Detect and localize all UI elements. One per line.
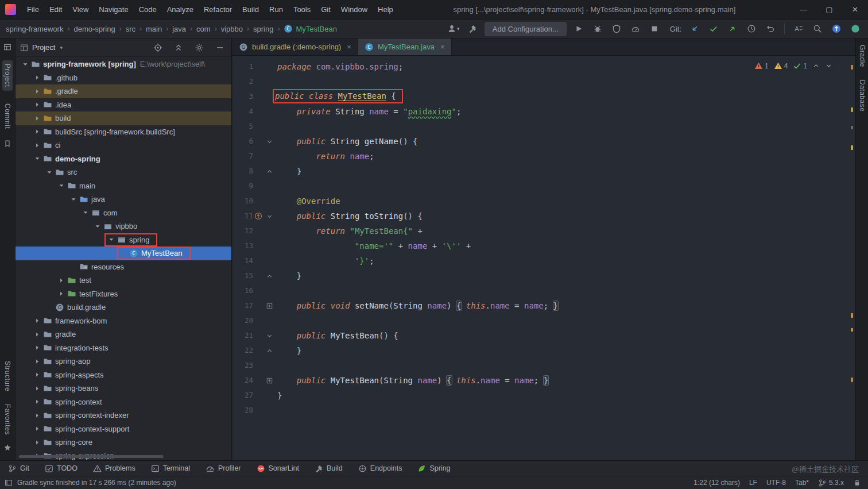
line-number[interactable]: 12 bbox=[232, 224, 253, 238]
breadcrumb-item-spring[interactable]: spring bbox=[253, 25, 273, 33]
menu-code[interactable]: Code bbox=[134, 0, 162, 19]
tree-chevron-icon[interactable] bbox=[56, 290, 66, 297]
hammer-green-button[interactable] bbox=[466, 22, 479, 36]
menu-git[interactable]: Git bbox=[316, 0, 336, 19]
no-errors-badge[interactable]: 1 bbox=[793, 61, 807, 70]
tree-item-spring[interactable]: spring bbox=[16, 233, 231, 247]
git-branch[interactable]: 5.3.x bbox=[818, 479, 844, 487]
read-lock[interactable] bbox=[853, 479, 861, 487]
tree-item-integration-tests[interactable]: integration-tests bbox=[16, 341, 231, 355]
close-button[interactable]: ✕ bbox=[842, 0, 868, 19]
project-tab-icon[interactable] bbox=[3, 43, 11, 53]
tool-window-button-profiler[interactable]: Profiler bbox=[206, 464, 241, 473]
tree-chevron-icon[interactable] bbox=[32, 371, 42, 378]
run-button[interactable] bbox=[572, 22, 586, 36]
code-line-27[interactable]: 27} bbox=[232, 388, 855, 403]
tree-chevron-icon[interactable] bbox=[32, 412, 42, 419]
code-line-14[interactable]: 14 '}'; bbox=[232, 253, 855, 268]
tree-item-idea[interactable]: .idea bbox=[16, 98, 231, 112]
file-encoding[interactable]: UTF-8 bbox=[766, 479, 786, 487]
tree-item-vipbbo[interactable]: vipbbo bbox=[16, 220, 231, 233]
tree-item-resources[interactable]: resources bbox=[16, 260, 231, 274]
line-number[interactable]: 17 bbox=[232, 298, 253, 313]
code-line-13[interactable]: 13 "name='" + name + '\'' + bbox=[232, 238, 855, 253]
tree-item-spring-context-indexer[interactable]: spring-context-indexer bbox=[16, 409, 231, 422]
tree-item-testfixtures[interactable]: testFixtures bbox=[16, 287, 231, 301]
minimize-button[interactable]: — bbox=[790, 0, 816, 19]
line-number[interactable]: 9 bbox=[232, 179, 253, 194]
tree-chevron-icon[interactable] bbox=[32, 317, 42, 324]
tool-window-button-problems[interactable]: Problems bbox=[93, 464, 135, 473]
tool-window-button-todo[interactable]: TODO bbox=[45, 464, 78, 473]
tree-chevron-icon[interactable] bbox=[32, 439, 42, 446]
translate-button[interactable]: A bbox=[792, 22, 805, 36]
tree-item-spring-context-support[interactable]: spring-context-support bbox=[16, 422, 231, 436]
tree-chevron-icon[interactable] bbox=[80, 209, 90, 216]
close-tab-icon[interactable]: × bbox=[440, 43, 445, 51]
breadcrumb-item-com[interactable]: com bbox=[196, 25, 211, 33]
tree-item-spring-core[interactable]: spring-core bbox=[16, 436, 231, 449]
override-gutter-icon[interactable] bbox=[253, 209, 264, 224]
tool-window-button-git[interactable]: Git bbox=[8, 464, 29, 473]
menu-view[interactable]: View bbox=[67, 0, 94, 19]
status-dot-button[interactable] bbox=[848, 22, 862, 36]
tool-window-button-spring[interactable]: Spring bbox=[417, 464, 450, 473]
fold-open-icon[interactable] bbox=[264, 134, 275, 149]
user-button[interactable]: ▾ bbox=[447, 22, 460, 36]
code-line-16[interactable]: 16 bbox=[232, 283, 855, 298]
tree-chevron-icon[interactable] bbox=[20, 61, 30, 68]
breadcrumb-item-spring-framework[interactable]: spring-framework bbox=[6, 25, 63, 33]
line-number[interactable]: 22 bbox=[232, 343, 253, 358]
line-separator[interactable]: LF bbox=[749, 479, 757, 487]
line-number[interactable]: 7 bbox=[232, 149, 253, 164]
fold-plus-icon[interactable] bbox=[264, 298, 275, 313]
line-number[interactable]: 3 bbox=[232, 89, 253, 104]
commit-check-button[interactable] bbox=[707, 22, 720, 36]
line-number[interactable]: 14 bbox=[232, 253, 253, 268]
rollback-button[interactable] bbox=[764, 22, 777, 36]
tree-chevron-icon[interactable] bbox=[32, 425, 42, 432]
tree-item-spring-context[interactable]: spring-context bbox=[16, 395, 231, 409]
star-icon[interactable] bbox=[3, 444, 11, 453]
code-line-2[interactable]: 2 bbox=[232, 74, 855, 89]
tool-window-button-build[interactable]: Build bbox=[315, 464, 343, 473]
tree-item-java[interactable]: java bbox=[16, 192, 231, 206]
line-number[interactable]: 6 bbox=[232, 134, 253, 149]
editor-tab-build-gradle-demo-spring[interactable]: Gbuild.gradle (:demo-spring)× bbox=[232, 38, 358, 55]
debug-button[interactable] bbox=[591, 22, 604, 36]
code-line-4[interactable]: 4 private String name = "paidaxing"; bbox=[232, 104, 855, 119]
tree-item-build-gradle[interactable]: Gbuild.gradle bbox=[16, 301, 231, 314]
menu-run[interactable]: Run bbox=[264, 0, 288, 19]
line-number[interactable]: 4 bbox=[232, 104, 253, 119]
breadcrumb-item-src[interactable]: src bbox=[126, 25, 135, 33]
tree-chevron-icon[interactable] bbox=[56, 182, 66, 189]
horizontal-scrollbar[interactable] bbox=[19, 455, 164, 458]
editor-tab-mytestbean-java[interactable]: CMyTestBean.java× bbox=[358, 38, 452, 55]
tool-window-button-endpoints[interactable]: Endpoints bbox=[358, 464, 402, 473]
breadcrumb-item-mytestbean[interactable]: CMyTestBean bbox=[284, 24, 337, 33]
maximize-button[interactable]: ▢ bbox=[816, 0, 842, 19]
tree-item-spring-framework-spring[interactable]: spring-framework [spring]E:\work\project… bbox=[16, 57, 231, 71]
weak-warnings-badge[interactable]: 1 bbox=[754, 61, 769, 70]
code-line-9[interactable]: 9 bbox=[232, 179, 855, 194]
caret-position[interactable]: 1:22 (12 chars) bbox=[693, 479, 740, 487]
hide-minus-button[interactable] bbox=[213, 41, 227, 55]
tool-window-stripe-structure[interactable]: Structure bbox=[3, 361, 11, 391]
tree-item-mytestbean[interactable]: CMyTestBean bbox=[16, 247, 231, 260]
tool-window-stripe-gradle[interactable]: Gradle bbox=[858, 45, 866, 67]
fold-close-icon[interactable] bbox=[264, 164, 275, 179]
fold-open-icon[interactable] bbox=[264, 328, 275, 343]
updates-button[interactable] bbox=[830, 22, 843, 36]
line-number[interactable]: 2 bbox=[232, 74, 253, 89]
tree-chevron-icon[interactable] bbox=[32, 398, 42, 405]
code-line-6[interactable]: 6 public String getName() { bbox=[232, 134, 855, 149]
fold-open-icon[interactable] bbox=[264, 209, 275, 224]
tree-item-gradle[interactable]: gradle bbox=[16, 328, 231, 341]
line-number[interactable]: 15 bbox=[232, 268, 253, 283]
line-number[interactable]: 8 bbox=[232, 164, 253, 179]
tool-window-stripe-project[interactable]: Project bbox=[2, 60, 13, 91]
menu-tools[interactable]: Tools bbox=[288, 0, 316, 19]
tree-item-spring-beans[interactable]: spring-beans bbox=[16, 382, 231, 395]
tree-item-ci[interactable]: ci bbox=[16, 138, 231, 152]
tree-item-src[interactable]: src bbox=[16, 165, 231, 179]
